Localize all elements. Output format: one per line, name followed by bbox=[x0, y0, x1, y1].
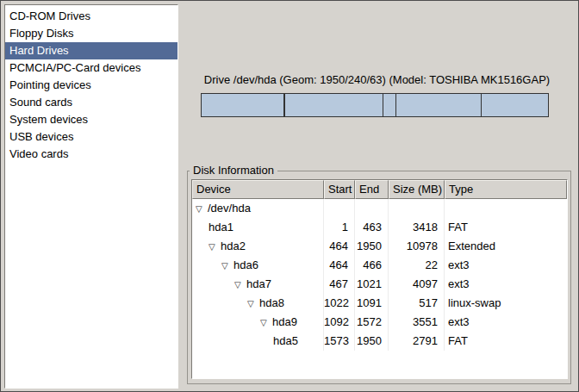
column-header-size[interactable]: Size (MB) bbox=[389, 180, 445, 199]
size-cell: 4097 bbox=[389, 275, 445, 294]
sidebar-item-sound-cards[interactable]: Sound cards bbox=[5, 94, 177, 111]
device-cell: ▽hda9 bbox=[192, 313, 324, 332]
column-header-device[interactable]: Device bbox=[192, 180, 324, 199]
table-row[interactable]: ▽hda9 1092 1572 3551 ext3 bbox=[192, 313, 567, 332]
device-label: hda2 bbox=[221, 240, 246, 252]
table-row[interactable]: ▽hda2 464 1950 10978 Extended bbox=[192, 237, 567, 256]
type-cell: ext3 bbox=[445, 275, 567, 294]
end-cell: 1950 bbox=[355, 237, 389, 256]
partition-divider bbox=[383, 94, 383, 116]
disk-information-label: Disk Information bbox=[190, 164, 277, 177]
end-cell: 466 bbox=[355, 256, 389, 275]
column-header-end[interactable]: End bbox=[355, 180, 389, 199]
type-cell: Extended bbox=[445, 237, 567, 256]
device-cell: ▽hda8 bbox=[192, 294, 324, 313]
size-cell: 3418 bbox=[389, 218, 445, 237]
end-cell: 1950 bbox=[355, 332, 389, 351]
disk-partition-bar bbox=[201, 93, 549, 117]
start-cell: 1022 bbox=[324, 294, 355, 313]
device-cell: ▽hda2 bbox=[192, 237, 324, 256]
device-cell: ▽hda7 bbox=[192, 275, 324, 294]
size-cell: 10978 bbox=[389, 237, 445, 256]
device-label: hda1 bbox=[209, 221, 233, 233]
drive-title: Drive /dev/hda (Geom: 1950/240/63) (Mode… bbox=[183, 73, 571, 86]
sidebar-item-hard-drives[interactable]: Hard Drives bbox=[5, 42, 177, 59]
table-row[interactable]: hda1 1 463 3418 FAT bbox=[192, 218, 567, 237]
hardware-browser-window: CD-ROM Drives Floppy Disks Hard Drives P… bbox=[0, 0, 579, 392]
partition-divider bbox=[284, 94, 285, 116]
partition-divider bbox=[395, 94, 396, 116]
type-cell: FAT bbox=[445, 332, 567, 351]
column-header-start[interactable]: Start bbox=[324, 180, 355, 199]
expander-icon[interactable]: ▽ bbox=[247, 295, 259, 313]
device-cell: hda1 bbox=[192, 218, 324, 237]
type-cell: ext3 bbox=[445, 313, 567, 332]
device-label: /dev/hda bbox=[208, 202, 251, 215]
start-cell: 1573 bbox=[324, 332, 355, 351]
type-cell bbox=[445, 199, 567, 218]
end-cell: 1021 bbox=[355, 275, 389, 294]
device-cell: ▽hda6 bbox=[192, 256, 324, 275]
end-cell: 463 bbox=[355, 218, 389, 237]
start-cell: 1092 bbox=[324, 313, 355, 332]
size-cell: 22 bbox=[389, 256, 445, 275]
start-cell: 467 bbox=[324, 275, 355, 294]
type-cell: ext3 bbox=[445, 256, 567, 275]
start-cell: 1 bbox=[324, 218, 355, 237]
table-row[interactable]: ▽hda6 464 466 22 ext3 bbox=[192, 256, 567, 275]
size-cell: 2791 bbox=[389, 332, 445, 351]
size-cell: 517 bbox=[389, 294, 445, 313]
start-cell bbox=[324, 199, 355, 218]
size-cell: 3551 bbox=[389, 313, 445, 332]
sidebar-item-pointing-devices[interactable]: Pointing devices bbox=[5, 77, 177, 94]
sidebar-item-pcmcia-devices[interactable]: PCMCIA/PC-Card devices bbox=[5, 59, 177, 77]
table-row[interactable]: ▽/dev/hda bbox=[192, 199, 567, 218]
device-cell: ▽/dev/hda bbox=[192, 199, 324, 218]
expander-icon[interactable]: ▽ bbox=[196, 200, 208, 218]
size-cell bbox=[389, 199, 445, 218]
sidebar-item-floppy-disks[interactable]: Floppy Disks bbox=[5, 25, 177, 42]
disk-info-table: Device Start End Size (MB) Type ▽/dev/hd… bbox=[191, 179, 568, 379]
device-label: hda6 bbox=[233, 258, 258, 271]
partition-divider bbox=[481, 94, 482, 116]
expander-icon[interactable]: ▽ bbox=[209, 238, 221, 256]
end-cell bbox=[355, 199, 389, 218]
table-row[interactable]: ▽hda8 1022 1091 517 linux-swap bbox=[192, 294, 567, 313]
device-label: hda8 bbox=[259, 296, 284, 309]
table-header-row: Device Start End Size (MB) Type bbox=[192, 180, 567, 199]
sidebar-item-cdrom-drives[interactable]: CD-ROM Drives bbox=[5, 8, 177, 25]
expander-icon[interactable]: ▽ bbox=[234, 276, 246, 294]
type-cell: linux-swap bbox=[445, 294, 567, 313]
type-cell: FAT bbox=[445, 218, 567, 237]
column-header-type[interactable]: Type bbox=[445, 180, 567, 199]
start-cell: 464 bbox=[324, 256, 355, 275]
end-cell: 1572 bbox=[355, 313, 389, 332]
expander-icon[interactable]: ▽ bbox=[221, 257, 233, 275]
device-label: hda9 bbox=[272, 315, 297, 328]
sidebar-item-usb-devices[interactable]: USB devices bbox=[5, 128, 177, 146]
device-label: hda7 bbox=[246, 277, 271, 290]
start-cell: 464 bbox=[324, 237, 355, 256]
device-category-list: CD-ROM Drives Floppy Disks Hard Drives P… bbox=[4, 4, 178, 389]
table-row[interactable]: hda5 1573 1950 2791 FAT bbox=[192, 332, 567, 351]
device-label: hda5 bbox=[273, 334, 298, 347]
sidebar-item-video-cards[interactable]: Video cards bbox=[5, 146, 177, 163]
table-row[interactable]: ▽hda7 467 1021 4097 ext3 bbox=[192, 275, 567, 294]
device-cell: hda5 bbox=[192, 332, 324, 351]
expander-icon[interactable]: ▽ bbox=[260, 314, 272, 332]
sidebar-item-system-devices[interactable]: System devices bbox=[5, 111, 177, 128]
end-cell: 1091 bbox=[355, 294, 389, 313]
